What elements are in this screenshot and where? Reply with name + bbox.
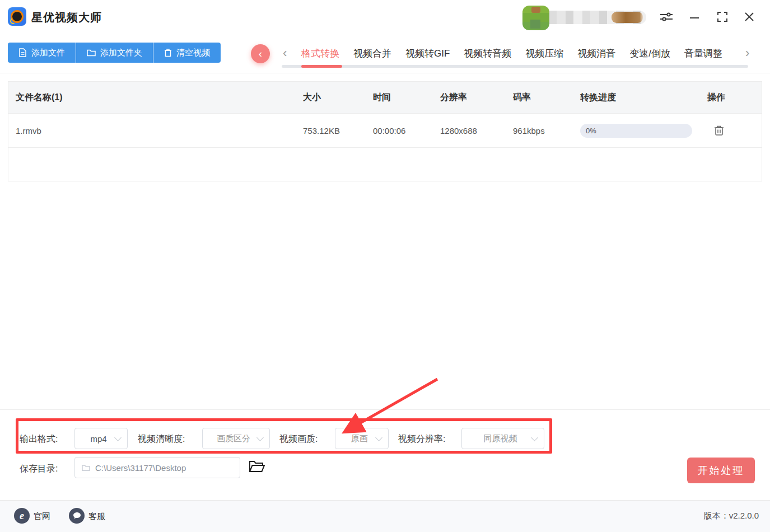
topbar-divider [0,73,770,73]
user-account[interactable] [521,4,648,30]
output-format-select[interactable]: mp4 [74,428,128,449]
save-dir-input[interactable]: C:\Users\31177\Desktop [74,457,240,478]
folder-icon [87,49,96,57]
tab-video-to-audio[interactable]: 视频转音频 [464,47,511,60]
progress-value: 0% [586,127,596,135]
clarity-select[interactable]: 画质区分 [202,428,270,449]
tab-video-to-gif[interactable]: 视频转GIF [405,47,450,60]
quality-value: 原画 [342,433,376,444]
chevron-down-icon [531,434,538,441]
save-dir-label: 保存目录: [20,463,58,475]
table-header-row: 文件名称(1) 大小 时间 分辨率 码率 转换进度 操作 [8,82,762,113]
col-resolution: 分辨率 [440,92,513,104]
chevron-down-icon [256,434,264,441]
file-icon [18,48,27,57]
chat-bubble-icon [73,512,81,520]
output-format-label: 输出格式: [20,433,58,445]
cell-filename: 1.rmvb [8,126,303,136]
cell-size: 753.12KB [303,126,373,136]
add-folder-label: 添加文件夹 [100,48,142,58]
resolution-label: 视频分辨率: [398,433,445,445]
resolution-value: 同原视频 [469,433,532,444]
annotation-arrow [0,0,770,532]
resolution-select[interactable]: 同原视频 [461,428,544,449]
feature-tabs: 格式转换 视频合并 视频转GIF 视频转音频 视频压缩 视频消音 变速/倒放 音… [301,47,722,60]
quality-label: 视频画质: [279,433,318,445]
cell-resolution: 1280x688 [440,126,513,136]
tab-speed-reverse[interactable]: 变速/倒放 [629,47,670,60]
user-avatar [522,6,549,30]
tab-track [282,65,748,68]
start-process-label: 开始处理 [698,464,745,477]
tab-format-convert[interactable]: 格式转换 [301,47,339,60]
version-text: 版本：v2.2.0.0 [704,511,759,521]
tab-video-merge[interactable]: 视频合并 [353,47,391,60]
app-logo-icon [8,7,26,26]
clarity-value: 画质区分 [209,433,258,444]
support-button[interactable] [69,508,85,524]
preferences-sliders-icon[interactable] [659,9,674,25]
browser-icon: e [20,510,24,522]
add-file-button[interactable]: 添加文件 [8,43,76,63]
output-format-value: mp4 [82,434,115,444]
support-label[interactable]: 客服 [88,511,105,522]
chevron-down-icon [114,434,122,441]
save-dir-value: C:\Users\31177\Desktop [95,463,186,473]
trash-icon [164,48,172,57]
col-actions: 操作 [707,92,762,104]
clear-videos-button[interactable]: 清空视频 [153,43,221,63]
tab-video-compress[interactable]: 视频压缩 [525,47,563,60]
progress-bar: 0% [580,124,692,138]
file-table: 文件名称(1) 大小 时间 分辨率 码率 转换进度 操作 1.rmvb 753.… [8,81,762,181]
trash-icon [713,124,725,137]
delete-row-button[interactable] [712,123,726,138]
cell-duration: 00:00:06 [373,126,440,136]
tabs-scroll-left-icon[interactable]: ‹ [283,46,287,60]
footer: e 官网 客服 版本：v2.2.0.0 [0,500,770,532]
col-filename: 文件名称(1) [8,92,303,104]
tabs-scroll-right-icon[interactable]: › [745,46,749,60]
folder-icon [82,464,90,472]
add-folder-button[interactable]: 添加文件夹 [76,43,153,63]
website-button[interactable]: e [14,508,30,524]
col-duration: 时间 [373,92,440,104]
table-empty-row [8,147,762,181]
file-toolbar: 添加文件 添加文件夹 清空视频 [8,43,221,63]
back-chevron-icon: ‹ [259,48,262,60]
cell-bitrate: 961kbps [513,126,580,136]
col-progress: 转换进度 [580,92,707,104]
browse-folder-button[interactable] [248,459,265,476]
collapse-tabs-button[interactable]: ‹ [251,44,270,63]
open-folder-icon [248,459,265,474]
app-window: 星优视频大师 [0,0,770,532]
user-name-blurred [540,11,646,24]
tab-active-underline [301,65,342,68]
bottom-panel-divider [0,409,770,410]
clarity-label: 视频清晰度: [138,433,185,445]
col-bitrate: 码率 [513,92,580,104]
add-file-label: 添加文件 [31,48,65,58]
tab-volume-adjust[interactable]: 音量调整 [684,47,722,60]
website-label[interactable]: 官网 [34,511,50,522]
chevron-down-icon [375,434,382,441]
maximize-button[interactable] [715,9,730,25]
tab-video-mute[interactable]: 视频消音 [577,47,615,60]
col-size: 大小 [303,92,373,104]
start-process-button[interactable]: 开始处理 [687,458,755,483]
quality-select[interactable]: 原画 [335,428,389,449]
clear-videos-label: 清空视频 [176,48,210,58]
close-button[interactable] [741,9,757,25]
titlebar: 星优视频大师 [0,0,770,34]
table-row: 1.rmvb 753.12KB 00:00:06 1280x688 961kbp… [8,113,762,147]
minimize-button[interactable] [687,9,702,25]
app-title: 星优视频大师 [31,10,102,25]
